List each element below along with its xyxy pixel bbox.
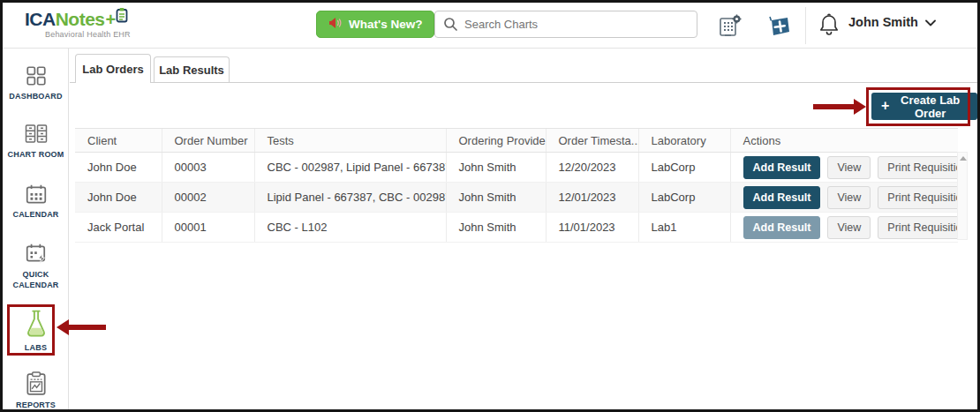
top-header: ICANotes+ Behavioral Health EHR What's N… — [3, 3, 977, 49]
cell-ordering-provider: John Smith — [446, 153, 546, 183]
annotation-arrowhead-create — [854, 99, 866, 115]
chevron-down-icon — [925, 16, 936, 29]
left-sidebar: DASHBOARD CHART ROOM CALENDAR QUICK CALE… — [3, 49, 69, 409]
app-window: ICANotes+ Behavioral Health EHR What's N… — [0, 0, 980, 412]
cell-ordering-provider: John Smith — [446, 213, 546, 243]
annotation-arrow-create — [813, 104, 856, 109]
header-divider — [805, 7, 806, 44]
column-header-ordering-provider[interactable]: Ordering Provider — [446, 129, 546, 153]
column-header-client[interactable]: Client — [75, 129, 162, 153]
search-icon — [443, 17, 458, 35]
search-input[interactable] — [434, 11, 697, 38]
tab-lab-results[interactable]: Lab Results — [154, 56, 230, 82]
whats-new-label: What's New? — [349, 18, 422, 31]
calendar-icon — [25, 184, 48, 209]
logo-text-notes: Notes — [56, 9, 105, 30]
tab-lab-orders[interactable]: Lab Orders — [75, 54, 151, 83]
megaphone-icon — [328, 17, 343, 32]
content-divider — [70, 82, 977, 83]
view-button[interactable]: View — [827, 216, 871, 239]
search-charts — [434, 11, 697, 38]
column-header-actions: Actions — [730, 129, 958, 153]
column-header-order-number[interactable]: Order Number — [162, 129, 254, 153]
tab-label: Lab Orders — [82, 63, 143, 76]
cell-actions: Add ResultViewPrint Requisition — [730, 183, 958, 213]
create-lab-order-button[interactable]: + Create Lab Order — [871, 93, 977, 120]
table-row: John Doe00003CBC - 002987, Lipid Panel -… — [75, 153, 958, 183]
annotation-arrow-labs — [68, 325, 106, 330]
cell-laboratory: Lab1 — [638, 213, 730, 243]
cell-tests: CBC - 002987, Lipid Panel - 667387 — [254, 153, 446, 183]
view-button[interactable]: View — [827, 156, 871, 179]
table-row: Jack Portal00001CBC - L102John Smith11/0… — [75, 213, 958, 243]
column-header-tests[interactable]: Tests — [254, 129, 446, 153]
cell-order-timestamp: 12/01/2023 — [546, 183, 638, 213]
icanotes-logo: ICANotes+ Behavioral Health EHR — [25, 9, 131, 39]
column-header-order-timestamp[interactable]: Order Timesta...↓ — [546, 129, 638, 153]
clipboard-logo-icon — [114, 7, 130, 28]
lab-orders-table: Client Order Number Tests Ordering Provi… — [75, 128, 958, 243]
cell-actions: Add ResultViewPrint Requisition — [730, 153, 958, 183]
sidebar-item-quick-calendar[interactable]: QUICK CALENDAR — [3, 243, 69, 290]
cell-order-number: 00002 — [162, 183, 254, 213]
cell-actions: Add ResultViewPrint Requisition — [730, 213, 958, 243]
cell-tests: Lipid Panel - 667387, CBC - 002987 — [254, 183, 446, 213]
sidebar-item-chart-room[interactable]: CHART ROOM — [3, 123, 69, 160]
user-name: John Smith — [848, 15, 918, 29]
logo-tagline: Behavioral Health EHR — [45, 30, 131, 39]
cell-order-timestamp: 12/20/2023 — [546, 153, 638, 183]
cell-client: John Doe — [75, 153, 162, 183]
cell-order-number: 00003 — [162, 153, 254, 183]
tab-label: Lab Results — [159, 64, 224, 77]
lab-orders-table-body: John Doe00003CBC - 002987, Lipid Panel -… — [75, 153, 958, 243]
cell-client: John Doe — [75, 183, 162, 213]
sidebar-label: CALENDAR — [3, 209, 69, 220]
eprescribe-plus-icon[interactable] — [767, 14, 792, 41]
sidebar-item-reports[interactable]: REPORTS — [3, 371, 69, 410]
create-lab-order-label: Create Lab Order — [893, 94, 968, 120]
cell-order-number: 00001 — [162, 213, 254, 243]
sidebar-label: LABS — [3, 342, 69, 353]
cell-laboratory: LabCorp — [638, 183, 730, 213]
sidebar-label: CHART ROOM — [3, 149, 69, 160]
table-row: John Doe00002Lipid Panel - 667387, CBC -… — [75, 183, 958, 213]
chart-room-cabinets-icon — [24, 123, 49, 149]
print-requisition-button[interactable]: Print Requisition — [878, 216, 958, 239]
view-button[interactable]: View — [827, 186, 871, 209]
print-requisition-button[interactable]: Print Requisition — [878, 186, 958, 209]
sidebar-label: REPORTS — [3, 400, 69, 410]
cell-order-timestamp: 11/01/2023 — [546, 213, 638, 243]
scroll-up-icon[interactable] — [960, 156, 967, 161]
cell-ordering-provider: John Smith — [446, 183, 546, 213]
sidebar-label: DASHBOARD — [3, 91, 69, 101]
cell-laboratory: LabCorp — [638, 153, 730, 183]
plus-icon: + — [881, 98, 889, 114]
reports-icon — [25, 371, 48, 400]
print-requisition-button[interactable]: Print Requisition — [878, 156, 958, 179]
whats-new-button[interactable]: What's New? — [316, 11, 434, 38]
add-result-button[interactable]: Add Result — [743, 216, 821, 239]
dashboard-icon — [25, 64, 48, 91]
cell-tests: CBC - L102 — [254, 213, 446, 243]
sidebar-label: QUICK CALENDAR — [3, 269, 69, 290]
cell-client: Jack Portal — [75, 213, 162, 243]
annotation-arrowhead-labs — [57, 319, 69, 335]
column-header-laboratory[interactable]: Laboratory — [638, 129, 730, 153]
apps-settings-icon[interactable] — [717, 13, 743, 41]
table-header-row: Client Order Number Tests Ordering Provi… — [75, 129, 958, 153]
table-scrollbar[interactable] — [957, 152, 968, 240]
sidebar-item-calendar[interactable]: CALENDAR — [3, 184, 69, 220]
sidebar-item-dashboard[interactable]: DASHBOARD — [3, 64, 69, 101]
user-menu[interactable]: John Smith — [848, 15, 936, 29]
add-result-button[interactable]: Add Result — [743, 186, 821, 209]
notifications-bell-icon[interactable] — [818, 12, 841, 40]
labs-flask-icon — [23, 309, 49, 342]
quick-calendar-icon — [25, 243, 48, 269]
add-result-button[interactable]: Add Result — [743, 156, 821, 179]
logo-text-ica: ICA — [25, 9, 56, 30]
